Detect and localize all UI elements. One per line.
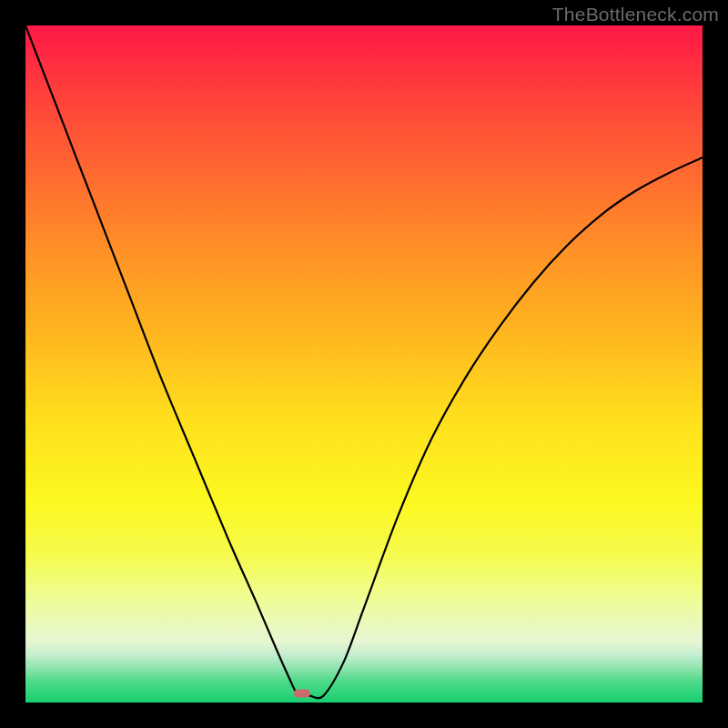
optimal-point-marker — [294, 690, 310, 698]
watermark-text: TheBottleneck.com — [552, 4, 719, 25]
bottleneck-curve — [25, 25, 703, 698]
bottleneck-chart — [25, 25, 703, 703]
plot-frame — [25, 25, 703, 703]
